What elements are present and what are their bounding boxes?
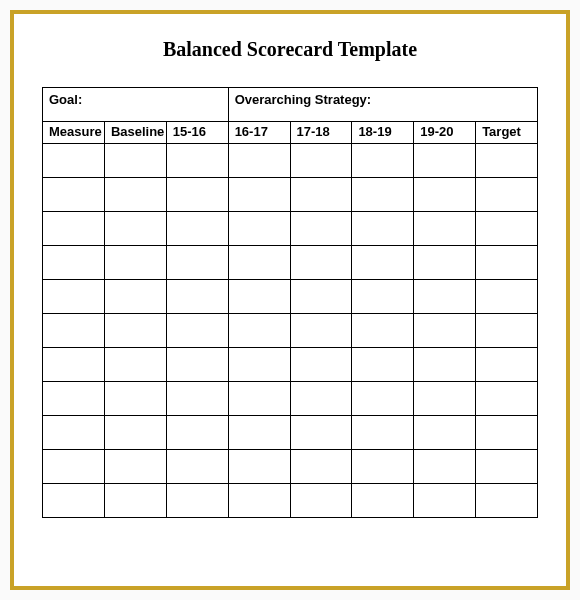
- header-row: Measure Baseline 15-16 16-17 17-18 18-19…: [43, 122, 538, 144]
- cell-measure: [43, 382, 105, 416]
- cell-y5: [414, 178, 476, 212]
- cell-measure: [43, 314, 105, 348]
- cell-y2: [228, 314, 290, 348]
- cell-y4: [352, 314, 414, 348]
- cell-target: [476, 144, 538, 178]
- cell-target: [476, 314, 538, 348]
- cell-y5: [414, 212, 476, 246]
- strategy-cell: Overarching Strategy:: [228, 88, 537, 122]
- header-y4: 18-19: [352, 122, 414, 144]
- cell-y5: [414, 246, 476, 280]
- cell-measure: [43, 450, 105, 484]
- cell-y3: [290, 416, 352, 450]
- cell-y1: [166, 484, 228, 518]
- header-baseline: Baseline: [104, 122, 166, 144]
- table-row: [43, 382, 538, 416]
- cell-y5: [414, 450, 476, 484]
- cell-baseline: [104, 484, 166, 518]
- cell-target: [476, 450, 538, 484]
- cell-y3: [290, 484, 352, 518]
- cell-y1: [166, 382, 228, 416]
- cell-y2: [228, 450, 290, 484]
- cell-y5: [414, 314, 476, 348]
- header-target: Target: [476, 122, 538, 144]
- cell-y5: [414, 382, 476, 416]
- cell-measure: [43, 212, 105, 246]
- header-y1: 15-16: [166, 122, 228, 144]
- cell-target: [476, 416, 538, 450]
- cell-y4: [352, 246, 414, 280]
- cell-y3: [290, 144, 352, 178]
- goal-cell: Goal:: [43, 88, 229, 122]
- cell-baseline: [104, 280, 166, 314]
- cell-target: [476, 246, 538, 280]
- cell-baseline: [104, 348, 166, 382]
- header-y5: 19-20: [414, 122, 476, 144]
- cell-y1: [166, 178, 228, 212]
- cell-y3: [290, 178, 352, 212]
- cell-y2: [228, 416, 290, 450]
- scorecard-table: Goal: Overarching Strategy: Measure Base…: [42, 87, 538, 518]
- cell-y4: [352, 178, 414, 212]
- table-row: [43, 348, 538, 382]
- cell-y2: [228, 144, 290, 178]
- table-row: [43, 178, 538, 212]
- cell-y1: [166, 416, 228, 450]
- cell-y2: [228, 280, 290, 314]
- cell-y5: [414, 484, 476, 518]
- document-frame: Balanced Scorecard Template Goal: Overar…: [10, 10, 570, 590]
- cell-y5: [414, 416, 476, 450]
- cell-y3: [290, 382, 352, 416]
- cell-y4: [352, 382, 414, 416]
- cell-measure: [43, 246, 105, 280]
- cell-y3: [290, 280, 352, 314]
- cell-baseline: [104, 212, 166, 246]
- cell-y2: [228, 382, 290, 416]
- page-title: Balanced Scorecard Template: [42, 38, 538, 61]
- cell-measure: [43, 178, 105, 212]
- cell-y1: [166, 280, 228, 314]
- cell-y2: [228, 484, 290, 518]
- cell-y2: [228, 348, 290, 382]
- goal-strategy-row: Goal: Overarching Strategy:: [43, 88, 538, 122]
- table-row: [43, 212, 538, 246]
- cell-y3: [290, 212, 352, 246]
- cell-y4: [352, 212, 414, 246]
- cell-target: [476, 280, 538, 314]
- cell-y2: [228, 246, 290, 280]
- cell-y2: [228, 212, 290, 246]
- cell-y5: [414, 280, 476, 314]
- table-row: [43, 416, 538, 450]
- header-y2: 16-17: [228, 122, 290, 144]
- cell-measure: [43, 280, 105, 314]
- cell-measure: [43, 144, 105, 178]
- cell-measure: [43, 484, 105, 518]
- cell-y2: [228, 178, 290, 212]
- cell-y1: [166, 348, 228, 382]
- cell-measure: [43, 348, 105, 382]
- cell-baseline: [104, 178, 166, 212]
- table-row: [43, 314, 538, 348]
- table-row: [43, 484, 538, 518]
- cell-baseline: [104, 416, 166, 450]
- cell-y3: [290, 314, 352, 348]
- cell-baseline: [104, 246, 166, 280]
- table-row: [43, 144, 538, 178]
- table-row: [43, 280, 538, 314]
- cell-y3: [290, 348, 352, 382]
- cell-baseline: [104, 450, 166, 484]
- cell-baseline: [104, 382, 166, 416]
- strategy-label: Overarching Strategy:: [235, 92, 372, 107]
- cell-y4: [352, 348, 414, 382]
- cell-y3: [290, 450, 352, 484]
- cell-y4: [352, 416, 414, 450]
- header-measure: Measure: [43, 122, 105, 144]
- table-row: [43, 450, 538, 484]
- cell-y4: [352, 450, 414, 484]
- cell-target: [476, 484, 538, 518]
- cell-baseline: [104, 144, 166, 178]
- cell-y4: [352, 280, 414, 314]
- cell-y1: [166, 246, 228, 280]
- cell-y1: [166, 450, 228, 484]
- cell-target: [476, 212, 538, 246]
